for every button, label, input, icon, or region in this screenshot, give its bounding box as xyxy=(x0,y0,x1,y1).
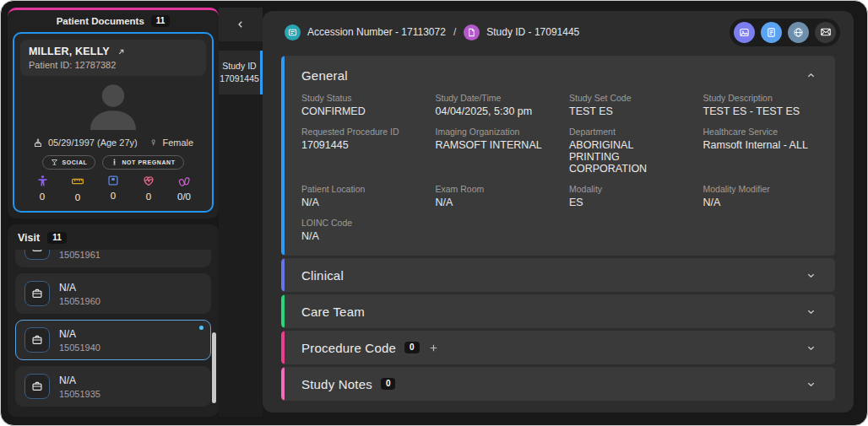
breadcrumb-study[interactable]: Study ID - 17091445 xyxy=(464,24,579,40)
field-imaging-organization: Imaging OrganizationRAMSOFT INTERNAL xyxy=(436,127,548,175)
patient-dob: 05/29/1997 (Age 27y) xyxy=(48,138,138,148)
visit-item[interactable]: N/A 15051935 xyxy=(15,366,211,407)
breadcrumb: Accession Number - 17113072 / Study ID -… xyxy=(285,24,579,40)
briefcase-icon xyxy=(24,327,50,353)
images-button[interactable] xyxy=(734,22,755,43)
field-patient-location: Patient LocationN/A xyxy=(301,184,414,208)
section-care-team: Care Team xyxy=(281,294,835,328)
patient-name: MILLER, KELLY xyxy=(29,46,110,57)
metric-implants[interactable]: 0 xyxy=(99,175,127,202)
section-care-team-header[interactable]: Care Team xyxy=(281,294,835,328)
section-care-team-accent xyxy=(281,294,285,328)
visit-item-selected[interactable]: N/A 15051940 xyxy=(15,320,211,360)
martini-icon xyxy=(51,159,58,166)
metric-body[interactable]: 0 xyxy=(28,175,57,202)
visit-item-title: N/A xyxy=(59,328,100,341)
section-procedure-code-accent xyxy=(281,331,285,364)
visit-item[interactable]: 15051961 xyxy=(15,250,211,267)
patient-documents-header[interactable]: Patient Documents 11 xyxy=(8,10,219,31)
patient-metrics-row: 0 0 0 xyxy=(14,171,212,211)
body-icon xyxy=(36,175,49,187)
metric-conditions[interactable]: 0 xyxy=(134,175,163,202)
open-patient-external-link-icon[interactable] xyxy=(117,47,126,57)
chevron-left-icon xyxy=(236,19,246,30)
tag-social[interactable]: SOCIAL xyxy=(42,155,95,170)
study-id-text: Study ID - 17091445 xyxy=(486,26,579,38)
accession-badge-icon xyxy=(285,24,301,40)
visit-panel: Visit 11 15051961 xyxy=(8,224,219,417)
general-fields: Study StatusCONFIRMED Study Date/Time04/… xyxy=(301,93,815,242)
app-window: Patient Documents 11 MILLER, KELLY Patie… xyxy=(0,0,868,426)
field-department: DepartmentABORIGINAL PRINTING CORPORATIO… xyxy=(569,127,681,175)
report-button[interactable] xyxy=(761,22,782,43)
patient-tags-row: SOCIAL NOT PREGNANT xyxy=(14,155,212,170)
left-sidebar: Patient Documents 11 MILLER, KELLY Patie… xyxy=(8,8,219,417)
section-procedure-code-title: Procedure Code xyxy=(301,341,396,355)
field-study-datetime: Study Date/Time04/04/2025, 5:30 pm xyxy=(436,93,548,117)
briefcase-icon xyxy=(24,374,50,399)
selected-indicator-dot xyxy=(199,326,203,330)
patient-avatar xyxy=(14,76,212,131)
avatar-person-icon xyxy=(83,78,144,131)
section-clinical: Clinical xyxy=(281,258,835,292)
patient-demographics-row: 05/29/1997 (Age 27y) ♀ Female xyxy=(14,136,212,148)
chevron-down-icon xyxy=(806,342,816,353)
metric-conditions-value: 0 xyxy=(146,191,151,202)
study-notes-count-badge: 0 xyxy=(381,378,396,390)
person-icon xyxy=(111,159,118,166)
patient-name-strip: MILLER, KELLY Patient ID: 12787382 xyxy=(20,40,206,76)
metric-measurements-value: 0 xyxy=(75,192,80,202)
tag-not-pregnant-label: NOT PREGNANT xyxy=(122,159,175,165)
section-care-team-title: Care Team xyxy=(301,305,365,319)
tag-not-pregnant[interactable]: NOT PREGNANT xyxy=(102,155,183,170)
add-procedure-code-button[interactable] xyxy=(428,342,439,353)
metric-body-value: 0 xyxy=(40,191,45,202)
section-general-header[interactable]: General xyxy=(281,66,835,84)
heart-pulse-icon xyxy=(142,175,155,187)
section-clinical-header[interactable]: Clinical xyxy=(281,258,835,292)
tab-study-id-number: 17091445 xyxy=(220,73,259,85)
patient-gender: Female xyxy=(162,138,193,148)
field-modality: ModalityES xyxy=(569,184,681,208)
chevron-down-icon xyxy=(806,270,816,281)
visit-list-scrollbar[interactable] xyxy=(212,332,216,403)
plus-icon xyxy=(428,342,439,353)
chevron-up-icon xyxy=(806,70,816,81)
metric-allergies[interactable]: 0/0 xyxy=(170,175,198,202)
visit-item-id: 15051960 xyxy=(59,296,100,306)
visit-item-title: N/A xyxy=(59,282,100,294)
field-requested-procedure-id: Requested Procedure ID17091445 xyxy=(301,127,414,175)
visit-item-id: 15051940 xyxy=(59,342,100,353)
field-healthcare-service: Healthcare ServiceRamsoft Internal - ALL xyxy=(703,127,816,175)
section-general-title: General xyxy=(301,68,348,83)
section-procedure-code-header[interactable]: Procedure Code 0 xyxy=(281,331,835,364)
section-study-notes-header[interactable]: Study Notes 0 xyxy=(281,367,835,401)
breadcrumb-separator: / xyxy=(453,26,456,38)
study-header: Accession Number - 17113072 / Study ID -… xyxy=(263,11,854,53)
study-detail-card: Accession Number - 17113072 / Study ID -… xyxy=(263,11,854,413)
breadcrumb-accession[interactable]: Accession Number - 17113072 xyxy=(285,24,446,40)
tag-social-label: SOCIAL xyxy=(62,159,87,165)
female-icon: ♀ xyxy=(149,136,158,148)
study-doc-icon xyxy=(464,24,480,40)
image-icon xyxy=(739,27,750,38)
globe-icon xyxy=(793,27,804,38)
patient-id: Patient ID: 12787382 xyxy=(29,60,198,70)
accession-number-text: Accession Number - 17113072 xyxy=(307,26,446,38)
share-button[interactable] xyxy=(788,22,809,43)
briefcase-icon xyxy=(24,281,50,306)
visit-list: 15051961 N/A 15051960 xyxy=(8,250,219,417)
metric-implants-value: 0 xyxy=(111,191,116,201)
visit-item-id: 15051961 xyxy=(59,250,100,260)
implant-icon xyxy=(107,175,119,186)
metric-measurements[interactable]: 0 xyxy=(63,175,92,202)
patient-card: MILLER, KELLY Patient ID: 12787382 xyxy=(13,32,214,213)
patient-documents-panel: Patient Documents 11 MILLER, KELLY Patie… xyxy=(8,8,219,218)
section-procedure-code: Procedure Code 0 xyxy=(281,331,835,364)
field-loinc-code: LOINC CodeN/A xyxy=(301,218,414,242)
collapse-sidebar-button[interactable] xyxy=(219,8,263,41)
visit-item[interactable]: N/A 15051960 xyxy=(15,273,211,314)
visit-header: Visit 11 xyxy=(8,224,219,250)
tab-study-id[interactable]: Study ID 17091445 xyxy=(219,51,263,94)
email-button[interactable] xyxy=(815,22,836,43)
